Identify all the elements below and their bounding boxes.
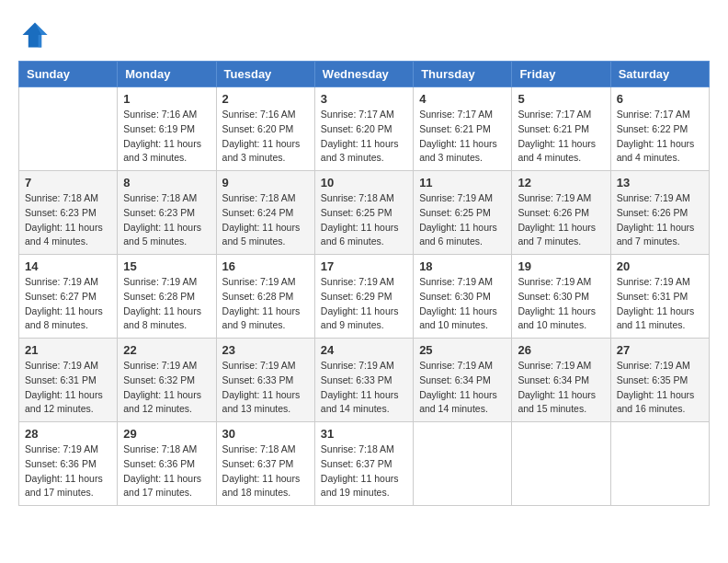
calendar-cell: 10Sunrise: 7:18 AMSunset: 6:25 PMDayligh… [314, 171, 413, 255]
day-info: Sunrise: 7:16 AMSunset: 6:20 PMDaylight:… [222, 108, 309, 166]
calendar-table: SundayMondayTuesdayWednesdayThursdayFrid… [18, 61, 710, 506]
day-info: Sunrise: 7:19 AMSunset: 6:30 PMDaylight:… [518, 275, 604, 333]
day-info: Sunrise: 7:19 AMSunset: 6:33 PMDaylight:… [321, 359, 407, 417]
day-info: Sunrise: 7:19 AMSunset: 6:28 PMDaylight:… [222, 275, 309, 333]
calendar-cell: 22Sunrise: 7:19 AMSunset: 6:32 PMDayligh… [118, 339, 216, 422]
calendar-day-header: Thursday [414, 62, 512, 87]
day-number: 3 [321, 92, 407, 106]
day-number: 31 [321, 427, 407, 441]
calendar-cell: 18Sunrise: 7:19 AMSunset: 6:30 PMDayligh… [414, 255, 512, 339]
day-number: 13 [617, 176, 703, 190]
day-info: Sunrise: 7:18 AMSunset: 6:25 PMDaylight:… [321, 191, 407, 249]
day-number: 4 [419, 92, 506, 106]
day-number: 24 [321, 343, 407, 357]
calendar-week-row: 7Sunrise: 7:18 AMSunset: 6:23 PMDaylight… [19, 171, 710, 255]
calendar-week-row: 1Sunrise: 7:16 AMSunset: 6:19 PMDaylight… [19, 87, 710, 171]
calendar-cell: 16Sunrise: 7:19 AMSunset: 6:28 PMDayligh… [216, 255, 314, 339]
day-number: 28 [25, 427, 111, 441]
calendar-cell: 25Sunrise: 7:19 AMSunset: 6:34 PMDayligh… [414, 339, 512, 422]
day-info: Sunrise: 7:19 AMSunset: 6:36 PMDaylight:… [25, 442, 111, 500]
day-number: 1 [123, 92, 210, 106]
calendar-body: 1Sunrise: 7:16 AMSunset: 6:19 PMDaylight… [19, 87, 710, 506]
day-number: 9 [222, 176, 309, 190]
day-number: 26 [518, 343, 604, 357]
calendar-day-header: Sunday [19, 62, 118, 87]
day-number: 5 [518, 92, 604, 106]
day-number: 20 [617, 259, 703, 273]
day-number: 11 [419, 176, 506, 190]
day-info: Sunrise: 7:18 AMSunset: 6:37 PMDaylight:… [321, 442, 407, 500]
day-info: Sunrise: 7:19 AMSunset: 6:34 PMDaylight:… [518, 359, 604, 417]
logo-icon [18, 18, 51, 52]
calendar-cell: 7Sunrise: 7:18 AMSunset: 6:23 PMDaylight… [19, 171, 118, 255]
page-header [18, 18, 710, 52]
day-number: 27 [617, 343, 703, 357]
day-info: Sunrise: 7:19 AMSunset: 6:30 PMDaylight:… [419, 275, 506, 333]
calendar-cell [610, 422, 709, 506]
calendar-cell: 5Sunrise: 7:17 AMSunset: 6:21 PMDaylight… [512, 87, 610, 171]
calendar-cell: 28Sunrise: 7:19 AMSunset: 6:36 PMDayligh… [19, 422, 118, 506]
calendar-cell: 30Sunrise: 7:18 AMSunset: 6:37 PMDayligh… [216, 422, 314, 506]
calendar-cell: 23Sunrise: 7:19 AMSunset: 6:33 PMDayligh… [216, 339, 314, 422]
calendar-cell: 12Sunrise: 7:19 AMSunset: 6:26 PMDayligh… [512, 171, 610, 255]
day-info: Sunrise: 7:17 AMSunset: 6:22 PMDaylight:… [617, 108, 703, 166]
day-info: Sunrise: 7:19 AMSunset: 6:34 PMDaylight:… [419, 359, 506, 417]
day-info: Sunrise: 7:19 AMSunset: 6:27 PMDaylight:… [25, 275, 111, 333]
calendar-week-row: 14Sunrise: 7:19 AMSunset: 6:27 PMDayligh… [19, 255, 710, 339]
day-info: Sunrise: 7:19 AMSunset: 6:31 PMDaylight:… [617, 275, 703, 333]
calendar-cell: 31Sunrise: 7:18 AMSunset: 6:37 PMDayligh… [314, 422, 413, 506]
calendar-cell: 29Sunrise: 7:18 AMSunset: 6:36 PMDayligh… [118, 422, 216, 506]
day-info: Sunrise: 7:18 AMSunset: 6:23 PMDaylight:… [25, 191, 111, 249]
day-info: Sunrise: 7:19 AMSunset: 6:32 PMDaylight:… [123, 359, 210, 417]
calendar-header-row: SundayMondayTuesdayWednesdayThursdayFrid… [19, 62, 710, 87]
calendar-cell: 4Sunrise: 7:17 AMSunset: 6:21 PMDaylight… [414, 87, 512, 171]
day-info: Sunrise: 7:19 AMSunset: 6:26 PMDaylight:… [617, 191, 703, 249]
day-number: 12 [518, 176, 604, 190]
calendar-cell: 6Sunrise: 7:17 AMSunset: 6:22 PMDaylight… [610, 87, 709, 171]
calendar-day-header: Saturday [610, 62, 709, 87]
calendar-cell: 11Sunrise: 7:19 AMSunset: 6:25 PMDayligh… [414, 171, 512, 255]
day-number: 6 [617, 92, 703, 106]
day-info: Sunrise: 7:17 AMSunset: 6:21 PMDaylight:… [518, 108, 604, 166]
day-number: 23 [222, 343, 309, 357]
day-info: Sunrise: 7:19 AMSunset: 6:33 PMDaylight:… [222, 359, 309, 417]
calendar-week-row: 21Sunrise: 7:19 AMSunset: 6:31 PMDayligh… [19, 339, 710, 422]
day-number: 17 [321, 259, 407, 273]
day-info: Sunrise: 7:19 AMSunset: 6:25 PMDaylight:… [419, 191, 506, 249]
calendar-day-header: Tuesday [216, 62, 314, 87]
calendar-cell: 1Sunrise: 7:16 AMSunset: 6:19 PMDaylight… [118, 87, 216, 171]
day-info: Sunrise: 7:19 AMSunset: 6:29 PMDaylight:… [321, 275, 407, 333]
calendar-cell: 19Sunrise: 7:19 AMSunset: 6:30 PMDayligh… [512, 255, 610, 339]
calendar-cell: 17Sunrise: 7:19 AMSunset: 6:29 PMDayligh… [314, 255, 413, 339]
day-info: Sunrise: 7:18 AMSunset: 6:37 PMDaylight:… [222, 442, 309, 500]
day-info: Sunrise: 7:19 AMSunset: 6:35 PMDaylight:… [617, 359, 703, 417]
calendar-day-header: Monday [118, 62, 216, 87]
logo [18, 18, 55, 52]
calendar-cell: 8Sunrise: 7:18 AMSunset: 6:23 PMDaylight… [118, 171, 216, 255]
day-number: 14 [25, 259, 111, 273]
calendar-cell: 2Sunrise: 7:16 AMSunset: 6:20 PMDaylight… [216, 87, 314, 171]
calendar-cell: 26Sunrise: 7:19 AMSunset: 6:34 PMDayligh… [512, 339, 610, 422]
day-number: 19 [518, 259, 604, 273]
calendar-cell: 15Sunrise: 7:19 AMSunset: 6:28 PMDayligh… [118, 255, 216, 339]
calendar-cell [512, 422, 610, 506]
day-info: Sunrise: 7:19 AMSunset: 6:26 PMDaylight:… [518, 191, 604, 249]
calendar-cell: 20Sunrise: 7:19 AMSunset: 6:31 PMDayligh… [610, 255, 709, 339]
calendar-cell: 27Sunrise: 7:19 AMSunset: 6:35 PMDayligh… [610, 339, 709, 422]
day-number: 21 [25, 343, 111, 357]
day-info: Sunrise: 7:18 AMSunset: 6:36 PMDaylight:… [123, 442, 210, 500]
day-info: Sunrise: 7:18 AMSunset: 6:24 PMDaylight:… [222, 191, 309, 249]
day-number: 30 [222, 427, 309, 441]
day-number: 18 [419, 259, 506, 273]
calendar-day-header: Friday [512, 62, 610, 87]
calendar-cell: 21Sunrise: 7:19 AMSunset: 6:31 PMDayligh… [19, 339, 118, 422]
day-number: 8 [123, 176, 210, 190]
calendar-cell: 13Sunrise: 7:19 AMSunset: 6:26 PMDayligh… [610, 171, 709, 255]
calendar-week-row: 28Sunrise: 7:19 AMSunset: 6:36 PMDayligh… [19, 422, 710, 506]
day-number: 2 [222, 92, 309, 106]
calendar-cell [19, 87, 118, 171]
day-number: 25 [419, 343, 506, 357]
calendar-day-header: Wednesday [314, 62, 413, 87]
day-info: Sunrise: 7:17 AMSunset: 6:20 PMDaylight:… [321, 108, 407, 166]
day-number: 29 [123, 427, 210, 441]
